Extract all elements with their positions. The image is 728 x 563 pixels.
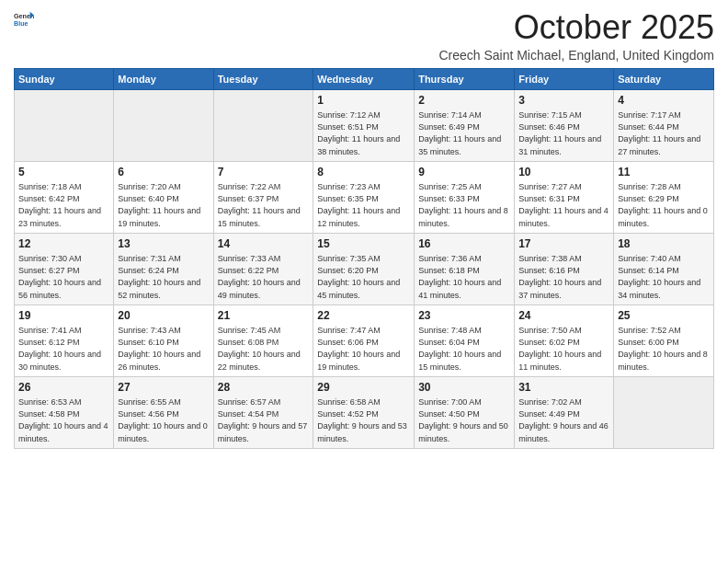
col-tuesday: Tuesday <box>213 68 313 89</box>
day-info: Sunrise: 7:30 AMSunset: 6:27 PMDaylight:… <box>18 253 109 301</box>
calendar-week-row: 1Sunrise: 7:12 AMSunset: 6:51 PMDaylight… <box>15 89 714 161</box>
day-number: 19 <box>18 308 109 324</box>
day-info: Sunrise: 7:52 AMSunset: 6:00 PMDaylight:… <box>618 325 710 373</box>
day-info: Sunrise: 6:53 AMSunset: 4:58 PMDaylight:… <box>18 396 109 444</box>
table-row: 11Sunrise: 7:28 AMSunset: 6:29 PMDayligh… <box>614 161 714 233</box>
table-row: 18Sunrise: 7:40 AMSunset: 6:14 PMDayligh… <box>614 233 714 304</box>
day-number: 27 <box>118 380 209 396</box>
day-info: Sunrise: 7:48 AMSunset: 6:04 PMDaylight:… <box>418 325 510 373</box>
month-title: October 2025 <box>438 9 714 46</box>
day-info: Sunrise: 7:31 AMSunset: 6:24 PMDaylight:… <box>118 253 209 301</box>
table-row: 29Sunrise: 6:58 AMSunset: 4:52 PMDayligh… <box>313 376 415 448</box>
table-row: 20Sunrise: 7:43 AMSunset: 6:10 PMDayligh… <box>114 304 213 376</box>
calendar-week-row: 19Sunrise: 7:41 AMSunset: 6:12 PMDayligh… <box>15 304 714 376</box>
day-info: Sunrise: 7:33 AMSunset: 6:22 PMDaylight:… <box>218 253 310 301</box>
day-number: 4 <box>618 93 710 109</box>
day-info: Sunrise: 7:41 AMSunset: 6:12 PMDaylight:… <box>18 325 109 373</box>
day-info: Sunrise: 7:50 AMSunset: 6:02 PMDaylight:… <box>518 325 609 373</box>
day-info: Sunrise: 7:00 AMSunset: 4:50 PMDaylight:… <box>418 396 510 444</box>
day-number: 2 <box>418 93 510 109</box>
day-number: 6 <box>118 165 209 180</box>
table-row <box>213 89 313 161</box>
col-monday: Monday <box>114 68 213 89</box>
day-number: 29 <box>317 380 410 396</box>
col-saturday: Saturday <box>614 68 714 89</box>
day-info: Sunrise: 6:58 AMSunset: 4:52 PMDaylight:… <box>317 396 410 444</box>
day-number: 8 <box>317 165 410 180</box>
table-row: 28Sunrise: 6:57 AMSunset: 4:54 PMDayligh… <box>213 376 313 448</box>
table-row: 9Sunrise: 7:25 AMSunset: 6:33 PMDaylight… <box>415 161 515 233</box>
day-number: 14 <box>218 236 310 252</box>
table-row: 6Sunrise: 7:20 AMSunset: 6:40 PMDaylight… <box>114 161 213 233</box>
table-row: 12Sunrise: 7:30 AMSunset: 6:27 PMDayligh… <box>15 233 114 304</box>
day-number: 18 <box>618 236 710 252</box>
col-sunday: Sunday <box>15 68 114 89</box>
day-info: Sunrise: 6:57 AMSunset: 4:54 PMDaylight:… <box>218 396 310 444</box>
table-row: 14Sunrise: 7:33 AMSunset: 6:22 PMDayligh… <box>213 233 313 304</box>
table-row: 31Sunrise: 7:02 AMSunset: 4:49 PMDayligh… <box>515 376 614 448</box>
day-number: 17 <box>518 236 609 252</box>
table-row: 22Sunrise: 7:47 AMSunset: 6:06 PMDayligh… <box>313 304 415 376</box>
day-info: Sunrise: 6:55 AMSunset: 4:56 PMDaylight:… <box>118 396 209 444</box>
col-thursday: Thursday <box>415 68 515 89</box>
day-number: 12 <box>18 236 109 252</box>
col-friday: Friday <box>515 68 614 89</box>
day-info: Sunrise: 7:23 AMSunset: 6:35 PMDaylight:… <box>317 181 410 229</box>
day-info: Sunrise: 7:14 AMSunset: 6:49 PMDaylight:… <box>418 109 510 157</box>
title-section: October 2025 Creech Saint Michael, Engla… <box>438 9 714 63</box>
day-number: 13 <box>118 236 209 252</box>
table-row: 3Sunrise: 7:15 AMSunset: 6:46 PMDaylight… <box>515 89 614 161</box>
table-row: 24Sunrise: 7:50 AMSunset: 6:02 PMDayligh… <box>515 304 614 376</box>
table-row: 10Sunrise: 7:27 AMSunset: 6:31 PMDayligh… <box>515 161 614 233</box>
day-info: Sunrise: 7:47 AMSunset: 6:06 PMDaylight:… <box>317 325 410 373</box>
day-info: Sunrise: 7:18 AMSunset: 6:42 PMDaylight:… <box>18 181 109 229</box>
day-info: Sunrise: 7:25 AMSunset: 6:33 PMDaylight:… <box>418 181 510 229</box>
table-row: 16Sunrise: 7:36 AMSunset: 6:18 PMDayligh… <box>415 233 515 304</box>
day-info: Sunrise: 7:02 AMSunset: 4:49 PMDaylight:… <box>518 396 609 444</box>
day-info: Sunrise: 7:35 AMSunset: 6:20 PMDaylight:… <box>317 253 410 301</box>
table-row: 5Sunrise: 7:18 AMSunset: 6:42 PMDaylight… <box>15 161 114 233</box>
day-number: 11 <box>618 165 710 180</box>
table-row: 26Sunrise: 6:53 AMSunset: 4:58 PMDayligh… <box>15 376 114 448</box>
day-number: 30 <box>418 380 510 396</box>
day-info: Sunrise: 7:12 AMSunset: 6:51 PMDaylight:… <box>317 109 410 157</box>
table-row: 25Sunrise: 7:52 AMSunset: 6:00 PMDayligh… <box>614 304 714 376</box>
day-info: Sunrise: 7:36 AMSunset: 6:18 PMDaylight:… <box>418 253 510 301</box>
header: General Blue October 2025 Creech Saint M… <box>14 9 714 63</box>
table-row: 4Sunrise: 7:17 AMSunset: 6:44 PMDaylight… <box>614 89 714 161</box>
day-info: Sunrise: 7:28 AMSunset: 6:29 PMDaylight:… <box>618 181 710 229</box>
table-row: 15Sunrise: 7:35 AMSunset: 6:20 PMDayligh… <box>313 233 415 304</box>
day-info: Sunrise: 7:40 AMSunset: 6:14 PMDaylight:… <box>618 253 710 301</box>
table-row <box>15 89 114 161</box>
day-info: Sunrise: 7:43 AMSunset: 6:10 PMDaylight:… <box>118 325 209 373</box>
day-info: Sunrise: 7:27 AMSunset: 6:31 PMDaylight:… <box>518 181 609 229</box>
calendar-week-row: 5Sunrise: 7:18 AMSunset: 6:42 PMDaylight… <box>15 161 714 233</box>
table-row <box>614 376 714 448</box>
table-row: 1Sunrise: 7:12 AMSunset: 6:51 PMDaylight… <box>313 89 415 161</box>
col-wednesday: Wednesday <box>313 68 415 89</box>
day-number: 1 <box>317 93 410 109</box>
day-info: Sunrise: 7:20 AMSunset: 6:40 PMDaylight:… <box>118 181 209 229</box>
table-row: 23Sunrise: 7:48 AMSunset: 6:04 PMDayligh… <box>415 304 515 376</box>
day-info: Sunrise: 7:22 AMSunset: 6:37 PMDaylight:… <box>218 181 310 229</box>
table-row: 30Sunrise: 7:00 AMSunset: 4:50 PMDayligh… <box>415 376 515 448</box>
day-number: 16 <box>418 236 510 252</box>
calendar-week-row: 26Sunrise: 6:53 AMSunset: 4:58 PMDayligh… <box>15 376 714 448</box>
page: General Blue October 2025 Creech Saint M… <box>0 0 728 563</box>
table-row: 13Sunrise: 7:31 AMSunset: 6:24 PMDayligh… <box>114 233 213 304</box>
svg-text:Blue: Blue <box>14 20 28 28</box>
logo-icon: General Blue <box>14 9 34 29</box>
logo: General Blue <box>14 9 34 29</box>
calendar-week-row: 12Sunrise: 7:30 AMSunset: 6:27 PMDayligh… <box>15 233 714 304</box>
day-number: 25 <box>618 308 710 324</box>
day-number: 24 <box>518 308 609 324</box>
day-number: 3 <box>518 93 609 109</box>
day-number: 9 <box>418 165 510 180</box>
day-info: Sunrise: 7:17 AMSunset: 6:44 PMDaylight:… <box>618 109 710 157</box>
day-number: 5 <box>18 165 109 180</box>
day-number: 15 <box>317 236 410 252</box>
table-row <box>114 89 213 161</box>
calendar: Sunday Monday Tuesday Wednesday Thursday… <box>14 68 714 449</box>
day-number: 7 <box>218 165 310 180</box>
day-info: Sunrise: 7:38 AMSunset: 6:16 PMDaylight:… <box>518 253 609 301</box>
